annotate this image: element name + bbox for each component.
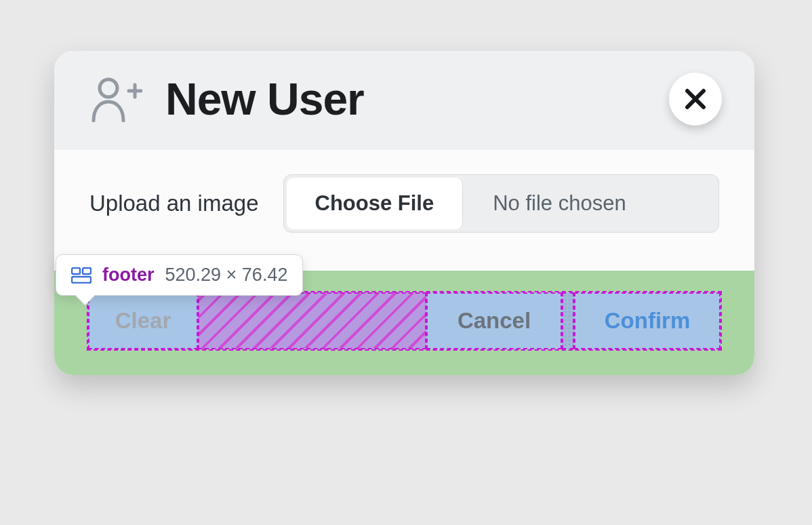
- file-input[interactable]: Choose File No file chosen: [283, 174, 720, 233]
- devtools-tooltip: footer 520.29 × 76.42: [56, 254, 303, 296]
- dialog-header: New User: [54, 51, 754, 150]
- dialog-body: Upload an image Choose File No file chos…: [54, 150, 754, 271]
- user-plus-icon: [89, 76, 142, 122]
- flex-layout-icon: [71, 267, 92, 284]
- confirm-button[interactable]: Confirm: [574, 292, 720, 349]
- new-user-dialog: New User Upload an image Choose File No …: [54, 51, 754, 375]
- footer-flex-container: Clear Cancel Confirm: [87, 291, 722, 351]
- flex-spacer: [562, 292, 574, 349]
- upload-image-label: Upload an image: [89, 191, 259, 216]
- svg-rect-7: [72, 277, 91, 283]
- svg-rect-5: [72, 268, 80, 274]
- cancel-button[interactable]: Cancel: [426, 292, 562, 349]
- svg-point-0: [100, 79, 117, 97]
- file-status: No file chosen: [466, 175, 718, 232]
- svg-rect-6: [83, 268, 91, 274]
- close-button[interactable]: [669, 73, 722, 125]
- dialog-title: New User: [165, 73, 364, 125]
- clear-button[interactable]: Clear: [88, 292, 198, 349]
- flex-gap: [198, 292, 426, 349]
- tooltip-element-name: footer: [102, 265, 155, 286]
- close-icon: [684, 88, 707, 111]
- tooltip-dimensions: 520.29 × 76.42: [165, 265, 288, 286]
- choose-file-button[interactable]: Choose File: [287, 178, 464, 229]
